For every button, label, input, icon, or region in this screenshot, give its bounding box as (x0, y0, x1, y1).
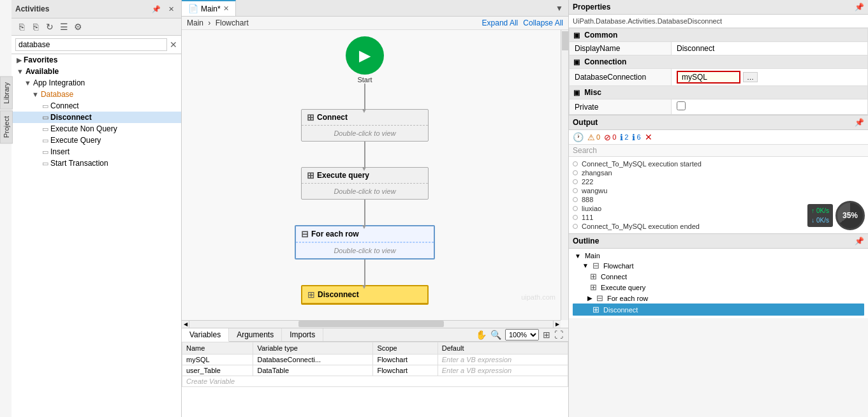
log-text-7: Connect_To_MySQL execution ended (582, 223, 700, 230)
copy-btn-2[interactable]: ⎘ (29, 20, 42, 33)
flowchart: ▶ Start ⊞ Connect (182, 30, 561, 320)
connection-collapse-icon[interactable]: ▣ (573, 58, 580, 66)
right-panel: Properties 📌 UiPath.Database.Activities.… (568, 0, 868, 417)
insert-item[interactable]: ▭ Insert (11, 146, 181, 157)
outline-foreach[interactable]: ▶ ⊟ For each row (573, 293, 864, 304)
expand-icon[interactable]: ⛶ (554, 330, 563, 340)
disconnect-activity-label: Disconnect (50, 113, 92, 122)
variable-row-mysql: mySQL DatabaseConnecti... Flowchart Ente… (182, 355, 568, 365)
pin-button[interactable]: 📌 (150, 3, 163, 15)
search-zoom-icon[interactable]: 🔍 (490, 330, 501, 340)
var-name-usertable[interactable]: user_Table (182, 365, 253, 376)
network-overlay: ↑ 0K/s ↓ 0K/s 35% (807, 201, 865, 230)
available-tree-item[interactable]: ▼ Available (11, 66, 181, 77)
connector-1 (364, 84, 365, 109)
execute-query-node-icon: ⊞ (307, 170, 314, 180)
library-tab[interactable]: Library (0, 77, 13, 110)
close-panel-button[interactable]: ✕ (165, 3, 177, 15)
tab-imports[interactable]: Imports (282, 328, 323, 341)
main-tab-close-icon[interactable]: ✕ (223, 4, 229, 13)
connector-4 (364, 260, 365, 285)
vertical-scrollbar[interactable] (561, 30, 568, 320)
properties-table: ▣ Common DisplayName Disconnect ▣ Connec… (569, 28, 868, 115)
common-collapse-icon[interactable]: ▣ (573, 31, 580, 39)
favorites-chevron-icon: ▶ (17, 56, 22, 64)
fit-icon[interactable]: ⊞ (543, 330, 550, 340)
favorites-tree-item[interactable]: ▶ Favorites (11, 54, 181, 66)
disconnect-node-label: Disconnect (318, 290, 359, 299)
main-tab[interactable]: 📄 Main* ✕ (182, 0, 236, 16)
log-dot-5 (573, 206, 578, 211)
create-variable-placeholder[interactable]: Create Variable (182, 376, 568, 387)
log-dot-7 (573, 224, 578, 229)
tab-variables[interactable]: Variables (182, 328, 229, 342)
outline-foreach-chevron: ▶ (587, 295, 592, 302)
misc-collapse-icon[interactable]: ▣ (573, 89, 580, 96)
foreach-node[interactable]: ⊟ For each row Double-click to view (295, 225, 435, 260)
breadcrumb-root[interactable]: Main (187, 18, 203, 27)
activities-search-input[interactable] (15, 38, 167, 51)
connect-activity-label: Connect (50, 101, 79, 110)
outline-pin-icon[interactable]: 📌 (855, 237, 864, 245)
database-tree-item[interactable]: ▼ Database (11, 89, 181, 100)
filter-btn[interactable]: ⚙ (71, 20, 84, 33)
log-entry-0: Connect_To_MySQL execution started (573, 159, 864, 168)
start-node[interactable]: ▶ (346, 36, 384, 75)
activities-title: Activities (15, 4, 49, 13)
h-scrollbar-thumb[interactable] (298, 321, 444, 327)
outline-main-chevron: ▼ (575, 252, 581, 260)
properties-pin-icon[interactable]: 📌 (855, 3, 864, 11)
connection-section-label: Connection (584, 57, 626, 66)
collapse-all-button[interactable]: Collapse All (523, 18, 563, 27)
search-clear-icon[interactable]: ✕ (170, 40, 177, 50)
private-label: Private (570, 99, 672, 115)
horizontal-scrollbar[interactable]: ◀ ▶ (182, 320, 561, 328)
outline-connect[interactable]: ⊞ Connect (573, 271, 864, 282)
breadcrumb-child: Flowchart (216, 18, 249, 27)
outline-disconnect[interactable]: ⊞ Disconnect (573, 304, 864, 316)
display-name-value[interactable]: Disconnect (672, 42, 868, 55)
tab-menu-button[interactable]: ▼ (550, 1, 568, 15)
col-type: Variable type (253, 342, 373, 355)
execute-query-item[interactable]: ▭ Execute Query (11, 135, 181, 146)
zoom-select[interactable]: 100% (505, 329, 539, 340)
outline-disconnect-icon: ⊞ (592, 305, 600, 314)
scrollbar-thumb[interactable] (562, 31, 568, 50)
connect-activity-icon: ▭ (42, 102, 48, 110)
scroll-left-btn[interactable]: ◀ (182, 321, 189, 328)
output-clock-icon[interactable]: 🕐 (573, 132, 584, 142)
scroll-right-btn[interactable]: ▶ (553, 321, 561, 328)
hand-icon[interactable]: ✋ (476, 330, 487, 340)
log-dot-3 (573, 188, 578, 193)
db-connection-browse-btn[interactable]: … (743, 72, 758, 82)
common-section-label: Common (584, 31, 617, 40)
refresh-btn[interactable]: ↻ (43, 20, 56, 33)
start-transaction-item[interactable]: ▭ Start Transaction (11, 157, 181, 169)
execute-non-query-item[interactable]: ▭ Execute Non Query (11, 123, 181, 135)
expand-all-button[interactable]: Expand All (482, 18, 519, 27)
output-pin-icon[interactable]: 📌 (855, 118, 864, 127)
outline-main[interactable]: ▼ Main (573, 251, 864, 260)
disconnect-activity-item[interactable]: ▭ Disconnect (11, 112, 181, 123)
db-connection-input[interactable]: mySQL (677, 71, 740, 84)
app-integration-tree-item[interactable]: ▼ App Integration (11, 77, 181, 89)
outline-flowchart[interactable]: ▼ ⊟ Flowchart (573, 260, 864, 271)
output-clear-icon[interactable]: ✕ (645, 132, 652, 142)
var-default-mysql[interactable]: Enter a VB expression (438, 355, 568, 365)
outline-header-controls: 📌 (855, 237, 864, 245)
project-tab[interactable]: Project (0, 110, 13, 143)
list-btn[interactable]: ☰ (57, 20, 70, 33)
error-count: 0 (612, 133, 616, 141)
connector-3 (364, 200, 365, 225)
output-title: Output (573, 118, 598, 127)
start-transaction-label: Start Transaction (50, 159, 108, 168)
tab-arguments[interactable]: Arguments (229, 328, 282, 341)
private-checkbox[interactable] (677, 101, 686, 110)
connect-activity-item[interactable]: ▭ Connect (11, 100, 181, 112)
outline-execute-query[interactable]: ⊞ Execute query (573, 282, 864, 293)
var-name-mysql[interactable]: mySQL (182, 355, 253, 365)
create-variable-row: Create Variable (182, 376, 568, 387)
insert-label: Insert (50, 147, 70, 156)
copy-btn-1[interactable]: ⎘ (15, 20, 28, 33)
var-default-usertable[interactable]: Enter a VB expression (438, 365, 568, 376)
